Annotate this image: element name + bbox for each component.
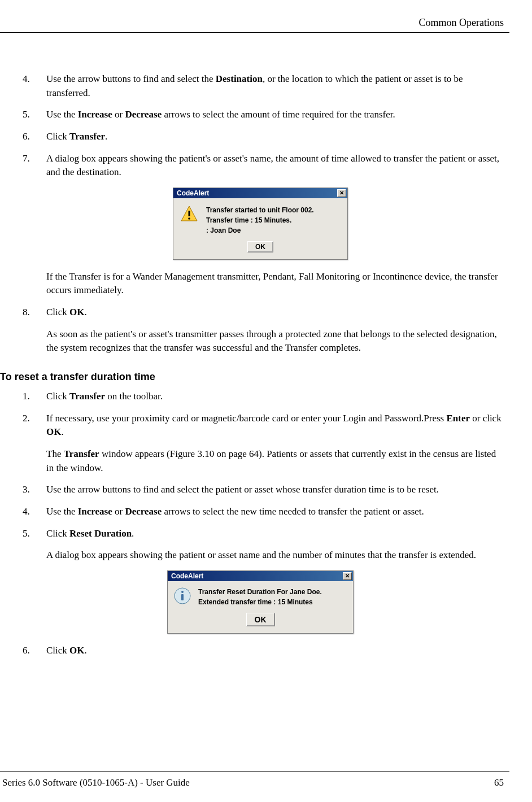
footer-row: Series 6.0 Software (0510-1065-A) - User… xyxy=(0,777,509,788)
list-number: 4. xyxy=(23,72,46,100)
list-text: Click Transfer. xyxy=(46,130,504,144)
list-text: Use the Increase or Decrease arrows to s… xyxy=(46,505,504,519)
close-icon[interactable]: ✕ xyxy=(337,189,346,197)
list-item: 1.Click Transfer on the toolbar. xyxy=(23,390,504,404)
dialog-text: Transfer started to unit Floor 002. Tran… xyxy=(206,205,341,236)
list-body: If the Transfer is for a Wander Manageme… xyxy=(46,270,504,298)
ordered-list-1b: 8.Click OK.As soon as the patient's or a… xyxy=(17,306,504,355)
list-number: 6. xyxy=(23,130,46,144)
list-body: Click Transfer. xyxy=(46,130,504,144)
dialog-line-1: Transfer started to unit Floor 002. xyxy=(206,205,341,215)
page-footer: Series 6.0 Software (0510-1065-A) - User… xyxy=(0,771,509,788)
list-number: 2. xyxy=(23,412,46,476)
codealert-dialog-1: CodeAlert ✕ Transfer started to unit Flo… xyxy=(173,188,348,260)
list-text: If necessary, use your proximity card or… xyxy=(46,412,504,439)
list-number: 3. xyxy=(23,483,46,497)
list-item: 6.Click Transfer. xyxy=(23,130,504,144)
list-body: Use the arrow buttons to find and select… xyxy=(46,483,504,497)
list-body: Use the arrow buttons to find and select… xyxy=(46,72,504,100)
list-item: If the Transfer is for a Wander Manageme… xyxy=(23,270,504,298)
list-number xyxy=(23,270,46,298)
dialog-line-2: Transfer time : 15 Minutes. xyxy=(206,215,341,225)
list-text: Click OK. xyxy=(46,644,504,658)
list-text: Click Reset Duration. xyxy=(46,527,504,541)
list-body: Click OK. xyxy=(46,644,504,658)
list-number: 7. xyxy=(23,152,46,180)
svg-rect-5 xyxy=(181,594,184,600)
dialog-2-wrap: CodeAlert ✕ Transfer Reset Duration For … xyxy=(17,570,504,634)
list-item: 5.Use the Increase or Decrease arrows to… xyxy=(23,108,504,122)
list-text: Use the arrow buttons to find and select… xyxy=(46,483,504,497)
ok-button[interactable]: OK xyxy=(246,613,275,626)
list-body: Use the Increase or Decrease arrows to s… xyxy=(46,108,504,122)
list-item: 6.Click OK. xyxy=(23,644,504,658)
list-item: 7.A dialog box appears showing the patie… xyxy=(23,152,504,180)
list-body: A dialog box appears showing the patient… xyxy=(46,152,504,180)
dialog-body: Transfer started to unit Floor 002. Tran… xyxy=(173,198,347,241)
list-number: 6. xyxy=(23,644,46,658)
codealert-dialog-2: CodeAlert ✕ Transfer Reset Duration For … xyxy=(167,570,354,634)
header-rule xyxy=(0,32,509,33)
list-text-after: As soon as the patient's or asset's tran… xyxy=(46,328,504,355)
list-number: 1. xyxy=(23,390,46,404)
list-body: Click OK.As soon as the patient's or ass… xyxy=(46,306,504,355)
svg-point-2 xyxy=(188,217,190,220)
dialog-1-wrap: CodeAlert ✕ Transfer started to unit Flo… xyxy=(17,188,504,260)
list-text: If the Transfer is for a Wander Manageme… xyxy=(46,270,504,298)
list-item: 3.Use the arrow buttons to find and sele… xyxy=(23,483,504,497)
dialog-body: Transfer Reset Duration For Jane Doe. Ex… xyxy=(168,581,353,613)
page-content: 4.Use the arrow buttons to find and sele… xyxy=(0,72,509,657)
list-text: Click OK. xyxy=(46,306,504,320)
list-text-after: A dialog box appears showing the patient… xyxy=(46,548,504,563)
dialog-titlebar: CodeAlert ✕ xyxy=(168,571,353,581)
list-body: Click Transfer on the toolbar. xyxy=(46,390,504,404)
dialog-button-row: OK xyxy=(168,613,353,633)
list-number: 5. xyxy=(23,108,46,122)
list-body: Use the Increase or Decrease arrows to s… xyxy=(46,505,504,519)
footer-rule xyxy=(0,771,509,772)
page-header: Common Operations xyxy=(0,17,509,29)
svg-rect-1 xyxy=(189,211,190,216)
list-text: Use the arrow buttons to find and select… xyxy=(46,72,504,100)
list-item: 2.If necessary, use your proximity card … xyxy=(23,412,504,476)
list-number: 4. xyxy=(23,505,46,519)
list-number: 5. xyxy=(23,527,46,563)
section-heading-reset-duration: To reset a transfer duration time xyxy=(0,371,504,383)
close-icon[interactable]: ✕ xyxy=(343,572,352,580)
list-body: Click Reset Duration.A dialog box appear… xyxy=(46,527,504,563)
dialog-titlebar: CodeAlert ✕ xyxy=(173,188,347,198)
list-text-after: The Transfer window appears (Figure 3.10… xyxy=(46,447,504,475)
footer-left: Series 6.0 Software (0510-1065-A) - User… xyxy=(2,777,190,788)
footer-right: 65 xyxy=(494,777,504,788)
dialog-text: Transfer Reset Duration For Jane Doe. Ex… xyxy=(198,587,347,607)
list-item: 8.Click OK.As soon as the patient's or a… xyxy=(23,306,504,355)
list-body: If necessary, use your proximity card or… xyxy=(46,412,504,476)
section-title: Common Operations xyxy=(419,17,504,28)
list-item: 4.Use the Increase or Decrease arrows to… xyxy=(23,505,504,519)
after-dialog-1-text: If the Transfer is for a Wander Manageme… xyxy=(17,270,504,298)
list-item: 4.Use the arrow buttons to find and sele… xyxy=(23,72,504,100)
list-text: A dialog box appears showing the patient… xyxy=(46,152,504,180)
dialog-title: CodeAlert xyxy=(177,189,209,197)
list-item: 5.Click Reset Duration.A dialog box appe… xyxy=(23,527,504,563)
dialog-line-2: Extended transfer time : 15 Minutes xyxy=(198,597,347,607)
dialog-line-1: Transfer Reset Duration For Jane Doe. xyxy=(198,587,347,597)
warning-icon xyxy=(180,205,198,223)
dialog-button-row: OK xyxy=(173,241,347,259)
dialog-title: CodeAlert xyxy=(171,572,203,580)
list-number: 8. xyxy=(23,306,46,355)
info-icon xyxy=(173,587,191,605)
ordered-list-2b: 6.Click OK. xyxy=(17,644,504,658)
svg-point-4 xyxy=(181,591,184,593)
dialog-line-3: : Joan Doe xyxy=(206,225,341,236)
ok-button[interactable]: OK xyxy=(247,241,273,252)
list-text: Click Transfer on the toolbar. xyxy=(46,390,504,404)
list-text: Use the Increase or Decrease arrows to s… xyxy=(46,108,504,122)
ordered-list-2: 1.Click Transfer on the toolbar.2.If nec… xyxy=(17,390,504,563)
ordered-list-1: 4.Use the arrow buttons to find and sele… xyxy=(17,72,504,180)
